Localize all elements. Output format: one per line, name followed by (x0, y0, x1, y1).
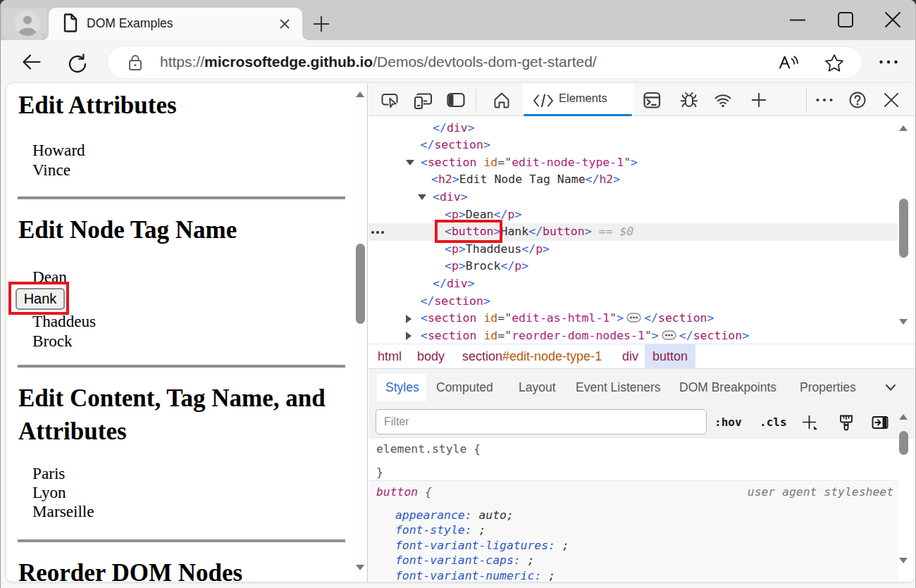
styles-filter-input[interactable]: Filter (376, 409, 707, 434)
scrollbar-thumb[interactable] (356, 244, 365, 324)
page-scrollbar[interactable] (353, 83, 369, 582)
lock-icon[interactable] (128, 54, 143, 74)
css-property-name[interactable]: font-variant-caps (395, 553, 514, 567)
brush-icon[interactable] (836, 413, 856, 432)
toggle-class-button[interactable]: .cls (760, 406, 787, 438)
expand-arrow-open-icon[interactable] (418, 194, 426, 200)
dom-tree-row[interactable]: </div> (369, 120, 898, 137)
help-icon[interactable] (848, 90, 867, 110)
back-button[interactable] (20, 51, 42, 73)
profile-avatar-button[interactable] (2, 7, 47, 40)
dom-tree-row[interactable]: </div> (369, 275, 898, 293)
dom-row-text: </section> (421, 137, 490, 154)
expand-arrow-closed-icon[interactable] (406, 332, 411, 340)
breadcrumb-label: body (417, 349, 445, 363)
new-style-rule-icon[interactable] (800, 413, 819, 432)
browser-menu-icon[interactable] (877, 51, 902, 73)
element-style-rule[interactable]: element.style { (376, 442, 481, 456)
new-tab-button[interactable] (311, 14, 331, 34)
scroll-down-arrow[interactable] (899, 558, 908, 563)
styles-tab-computed[interactable]: Computed (436, 369, 493, 406)
url-text[interactable]: https://microsoftedge.github.io/Demos/de… (160, 54, 597, 70)
dom-token-metai: $0 (619, 225, 633, 238)
breadcrumb-label: section (462, 349, 502, 363)
css-property-name[interactable]: font-variant-ligatures (395, 539, 548, 552)
dom-token-txt: Brock (466, 259, 501, 273)
css-property-name[interactable]: appearance (395, 508, 465, 522)
css-property-name[interactable]: font-style (395, 523, 465, 537)
scrollbar-thumb[interactable] (899, 199, 908, 258)
dom-tree-row[interactable]: </section> (369, 293, 898, 311)
dom-token-tag: section (428, 329, 477, 342)
network-conditions-icon[interactable] (713, 90, 733, 110)
inspect-icon[interactable] (380, 90, 400, 110)
tab-elements[interactable]: Elements (523, 83, 633, 116)
css-property-value[interactable]: ; (478, 523, 485, 537)
favorites-star-icon[interactable] (823, 52, 846, 73)
toggle-hover-button[interactable]: :hov (714, 406, 742, 438)
device-emulation-icon[interactable] (413, 90, 433, 110)
scrollbar-thumb[interactable] (899, 431, 908, 455)
dom-breadcrumbs: htmlbodysection#edit-node-type-1divbutto… (369, 344, 915, 369)
css-property-value[interactable]: auto; (478, 508, 513, 522)
debugger-bug-icon[interactable] (679, 90, 699, 110)
breadcrumb-body[interactable]: body (411, 344, 450, 369)
breadcrumb-section[interactable]: section#edit-node-type-1 (457, 344, 607, 369)
expand-arrow-closed-icon[interactable] (406, 315, 411, 323)
expand-ellipsis-icon[interactable] (662, 330, 676, 340)
dom-tree-scrollbar[interactable] (898, 118, 915, 344)
css-property-value[interactable]: ; (528, 553, 535, 567)
dom-tree-row[interactable]: <div> (369, 189, 898, 206)
refresh-button[interactable] (67, 54, 88, 75)
styles-tab-styles[interactable]: Styles (385, 369, 419, 406)
window-maximize-button[interactable] (836, 10, 855, 30)
css-property-value[interactable]: ; (562, 539, 569, 552)
home-icon[interactable] (492, 90, 512, 110)
window-minimize-button[interactable] (788, 10, 807, 30)
more-tabs-plus-icon[interactable] (749, 90, 769, 110)
expand-ellipsis-icon[interactable] (626, 313, 641, 323)
dom-token-br: </ (679, 329, 693, 342)
page-heading: Edit Node Tag Name (18, 213, 344, 246)
breadcrumb-label: div (622, 349, 638, 363)
styles-tab-layout[interactable]: Layout (519, 369, 556, 406)
computed-sidebar-toggle-icon[interactable] (870, 413, 890, 432)
scroll-up-arrow[interactable] (356, 92, 364, 97)
dom-tree-row[interactable]: <p>Thaddeus</p> (369, 241, 898, 258)
breadcrumb-button[interactable]: button (645, 344, 695, 369)
command-bar: https://microsoftedge.github.io/Demos/de… (1, 40, 916, 83)
chevron-down-icon[interactable] (884, 380, 898, 397)
css-property-name[interactable]: font-variant-numeric (395, 569, 534, 582)
more-options-icon[interactable] (815, 90, 834, 110)
scroll-down-arrow[interactable] (899, 319, 908, 325)
styles-tab-event-listeners[interactable]: Event Listeners (576, 369, 661, 406)
breadcrumb-div[interactable]: div (617, 344, 644, 369)
devtools-close-icon[interactable] (881, 90, 901, 110)
browser-tab[interactable]: DOM Examples (49, 8, 302, 40)
address-bar[interactable]: https://microsoftedge.github.io/Demos/de… (108, 46, 862, 78)
row-more-actions-icon[interactable] (371, 231, 387, 234)
styles-scrollbar[interactable] (898, 406, 915, 582)
styles-tab-dom-breakpoints[interactable]: DOM Breakpoints (679, 369, 776, 406)
dom-tree-row[interactable]: <h2>Edit Node Tag Name</h2> (369, 171, 898, 189)
read-aloud-icon[interactable] (777, 52, 800, 73)
dom-tree-row[interactable]: <section id="edit-node-type-1"> (369, 154, 898, 172)
scroll-up-arrow[interactable] (899, 125, 908, 131)
dom-tree-row[interactable]: <section id="reorder-dom-nodes-1"></sect… (369, 327, 898, 344)
dom-tree-row[interactable]: <p>Brock</p> (369, 258, 898, 275)
scroll-down-arrow[interactable] (356, 565, 364, 570)
dock-side-icon[interactable] (446, 90, 466, 110)
dom-token-br: </ (528, 225, 543, 238)
styles-tab-properties[interactable]: Properties (800, 369, 856, 406)
css-property-value[interactable]: ; (548, 569, 555, 582)
breadcrumb-html[interactable]: html (372, 344, 407, 369)
window-close-button[interactable] (883, 10, 903, 30)
user-agent-rule[interactable]: button { user agent stylesheet appearanc… (369, 481, 898, 582)
dom-tree-row[interactable]: </section> (369, 137, 898, 154)
dom-tree-row[interactable]: <section id="edit-as-html-1"></section> (369, 310, 898, 327)
dom-token-q: " (624, 156, 631, 169)
expand-arrow-open-icon[interactable] (406, 160, 414, 165)
tab-close-button[interactable] (277, 16, 292, 32)
scroll-up-arrow[interactable] (899, 414, 908, 420)
console-icon[interactable] (642, 90, 662, 110)
